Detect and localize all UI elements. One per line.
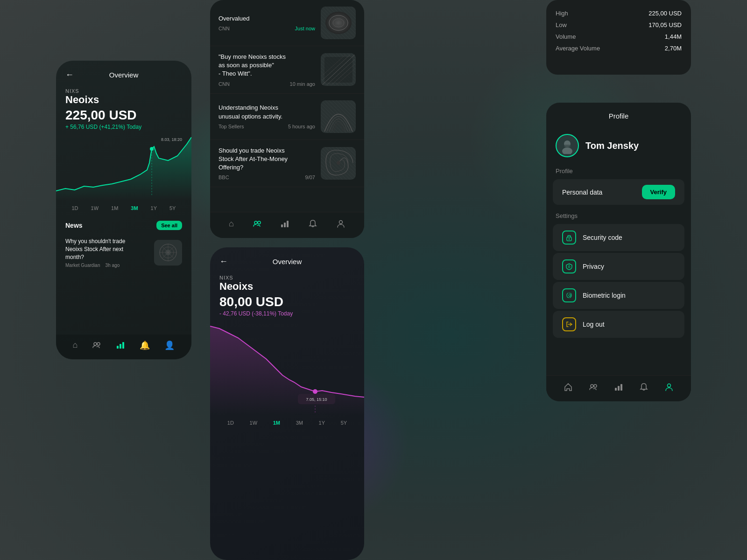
nav-bell-icon[interactable]: 🔔	[140, 340, 150, 352]
phone1-back-button[interactable]: ←	[65, 70, 74, 80]
news-headline-3: Understanding Neoixsunusual options acti…	[218, 104, 315, 120]
p2-filter-1y[interactable]: 1Y	[317, 419, 327, 427]
svg-rect-45	[618, 386, 620, 391]
svg-point-42	[591, 385, 593, 387]
svg-point-40	[569, 293, 570, 294]
phone2-stock-info: NIXS Neoixs 80,00 USD - 42,76 USD (-38,1…	[210, 271, 364, 317]
detail-row-high: High 225,00 USD	[556, 7, 682, 19]
phone1-news-thumb	[154, 240, 182, 266]
privacy-item[interactable]: Privacy	[553, 253, 684, 280]
filter-1d[interactable]: 1D	[69, 204, 80, 212]
phone1-news-item[interactable]: Why you shouldn't tradeNeoixs Stock Afte…	[56, 234, 191, 272]
p2-filter-3m[interactable]: 3M	[294, 419, 305, 427]
prof-nav-connections[interactable]	[589, 382, 598, 394]
verify-button[interactable]: Verify	[642, 185, 675, 199]
news-card-4[interactable]: Should you trade NeoixsStock After At-Th…	[210, 140, 364, 188]
prof-nav-bell[interactable]	[639, 382, 648, 394]
svg-point-10	[94, 343, 97, 345]
phone1-header: ← Overview	[56, 61, 191, 84]
nav-person-icon[interactable]: 👤	[164, 340, 175, 352]
svg-point-25	[337, 161, 340, 165]
news-headline-1: Overvalued	[218, 14, 315, 23]
p2-filter-1w[interactable]: 1W	[247, 419, 260, 427]
mid-nav-connections[interactable]	[253, 219, 262, 231]
phone1-time-filters: 1D 1W 1M 3M 1Y 5Y	[56, 200, 191, 216]
news-time-4: 9/07	[305, 175, 315, 180]
svg-point-31	[339, 221, 343, 224]
svg-point-47	[668, 384, 671, 387]
detail-row-avg-volume: Average Volume 2,70M	[556, 42, 682, 54]
prof-nav-chart[interactable]	[614, 382, 623, 394]
prof-nav-home[interactable]	[564, 382, 573, 394]
phone2-stock-change: - 42,76 USD (-38,11%) Today	[219, 310, 355, 317]
phone2-chart: 7.05, 15:10	[210, 322, 364, 415]
security-code-item[interactable]: Security code	[553, 224, 684, 251]
detail-row-volume: Volume 1,44M	[556, 31, 682, 42]
svg-rect-29	[284, 223, 286, 227]
mid-nav-home[interactable]: ⌂	[229, 219, 234, 231]
mid-nav-person[interactable]	[336, 219, 345, 231]
detail-value-high: 225,00 USD	[648, 10, 682, 17]
fingerprint-icon	[562, 288, 576, 302]
news-time-3: 5 hours ago	[288, 124, 315, 129]
phone1-news-text: Why you shouldn't tradeNeoixs Stock Afte…	[65, 238, 149, 268]
lock-icon	[562, 231, 576, 245]
svg-rect-44	[615, 388, 617, 391]
phone1-chart: 8.03, 18:20	[56, 135, 191, 200]
news-meta-1: CNN Just now	[218, 26, 315, 31]
news-source-4: BBC	[218, 175, 229, 180]
news-thumb-4	[321, 147, 356, 180]
biometric-login-item[interactable]: Biometric login	[553, 282, 684, 309]
filter-1y[interactable]: 1Y	[148, 204, 159, 212]
detail-value-low: 170,05 USD	[648, 21, 682, 28]
phone2-back-button[interactable]: ←	[219, 257, 228, 266]
svg-point-26	[254, 221, 257, 224]
news-card-2-text: "Buy more Neoixs stocksas soon as possib…	[218, 53, 315, 87]
profile-section-label: Profile	[546, 164, 691, 177]
nav-connections-icon[interactable]	[92, 340, 101, 352]
p2-filter-1m[interactable]: 1M	[271, 419, 282, 427]
filter-5y[interactable]: 5Y	[167, 204, 178, 212]
settings-section-label: Settings	[546, 209, 691, 222]
see-all-button[interactable]: See all	[156, 221, 182, 230]
news-card-2[interactable]: "Buy more Neoixs stocksas soon as possib…	[210, 46, 364, 94]
phone2-ticker: NIXS	[219, 275, 355, 280]
p2-filter-1d[interactable]: 1D	[225, 419, 236, 427]
phone2-overview: ← Overview NIXS Neoixs 80,00 USD - 42,76…	[210, 247, 364, 560]
news-thumb-1	[321, 7, 356, 39]
logout-label: Log out	[583, 321, 605, 328]
phone1-ticker: NIXS	[65, 88, 182, 94]
news-card-1[interactable]: Overvalued CNN Just now	[210, 0, 364, 46]
svg-point-27	[258, 221, 261, 224]
middle-panel-bottom-nav: ⌂	[210, 212, 364, 238]
filter-1m[interactable]: 1M	[109, 204, 120, 212]
filter-1w[interactable]: 1W	[89, 204, 101, 212]
prof-nav-person-active[interactable]	[664, 382, 674, 394]
news-meta-4: BBC 9/07	[218, 175, 315, 180]
svg-point-38	[568, 266, 570, 268]
filter-3m[interactable]: 3M	[128, 204, 140, 212]
mid-nav-bell[interactable]	[308, 219, 317, 231]
svg-rect-13	[120, 344, 121, 349]
news-source-1: CNN	[218, 26, 230, 31]
phone1-stock-info: NIXS Neoixs 225,00 USD + 56,76 USD (+41,…	[56, 84, 191, 130]
svg-rect-28	[281, 224, 283, 227]
detail-label-low: Low	[556, 21, 567, 28]
phone1-overview: ← Overview NIXS Neoixs 225,00 USD + 56,7…	[56, 61, 191, 359]
nav-home-icon[interactable]: ⌂	[73, 340, 78, 352]
logout-item[interactable]: Log out	[553, 311, 684, 338]
mid-nav-chart[interactable]	[280, 219, 289, 231]
biometric-login-label: Biometric login	[583, 292, 626, 299]
news-card-3[interactable]: Understanding Neoixsunusual options acti…	[210, 94, 364, 140]
svg-rect-30	[287, 221, 289, 227]
news-headline-4: Should you trade NeoixsStock After At-Th…	[218, 147, 315, 172]
middle-news-panel: Overvalued CNN Just now	[210, 0, 364, 238]
p2-filter-5y[interactable]: 5Y	[338, 419, 349, 427]
profile-avatar-row: Tom Jensky	[546, 134, 691, 164]
nav-chart-icon-active[interactable]	[116, 340, 125, 352]
detail-label-avg-volume: Average Volume	[556, 45, 600, 52]
news-card-1-text: Overvalued CNN Just now	[218, 14, 315, 31]
svg-rect-14	[122, 342, 124, 349]
news-meta-2: CNN 10 min ago	[218, 81, 315, 87]
detail-row-low: Low 170,05 USD	[556, 19, 682, 31]
